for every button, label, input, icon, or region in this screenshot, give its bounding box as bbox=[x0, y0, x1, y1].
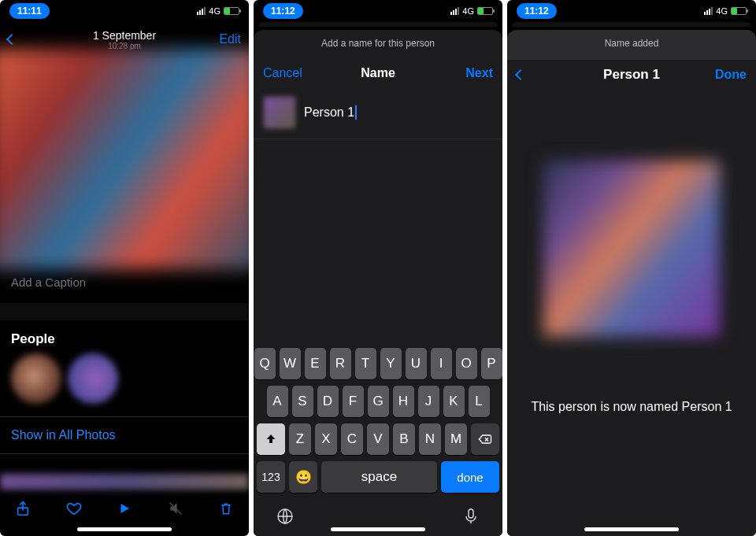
key-p[interactable]: P bbox=[481, 348, 502, 379]
keyboard-row-2: A S D F G H J K L bbox=[257, 386, 499, 417]
key-h[interactable]: H bbox=[393, 386, 414, 417]
text-caret bbox=[355, 105, 357, 120]
modal-hint: Name added bbox=[507, 30, 756, 60]
mute-icon[interactable] bbox=[167, 500, 184, 517]
person-avatar[interactable] bbox=[11, 353, 61, 404]
numbers-key[interactable]: 123 bbox=[257, 461, 285, 493]
key-w[interactable]: W bbox=[280, 348, 301, 379]
screen-name-entry: 11:12 4G Add a name for this person Canc… bbox=[254, 0, 502, 536]
status-bar: 11:11 4G bbox=[0, 0, 249, 22]
network-label: 4G bbox=[462, 6, 474, 16]
battery-icon bbox=[224, 7, 239, 15]
key-k[interactable]: K bbox=[443, 386, 465, 417]
modal-sheet: Name added Person 1 Done This person is … bbox=[507, 30, 756, 536]
edit-button[interactable]: Edit bbox=[219, 32, 241, 46]
cancel-button[interactable]: Cancel bbox=[263, 66, 302, 80]
key-n[interactable]: N bbox=[419, 423, 441, 455]
space-key[interactable]: space bbox=[321, 461, 437, 493]
key-d[interactable]: D bbox=[317, 386, 339, 417]
home-indicator[interactable] bbox=[584, 527, 679, 531]
key-b[interactable]: B bbox=[393, 423, 415, 455]
mic-icon[interactable] bbox=[461, 507, 480, 526]
heart-icon[interactable] bbox=[65, 500, 83, 517]
trash-icon[interactable] bbox=[217, 500, 235, 517]
next-button[interactable]: Next bbox=[465, 66, 493, 80]
network-label: 4G bbox=[209, 6, 220, 16]
signal-icon bbox=[197, 7, 206, 15]
people-row bbox=[0, 353, 249, 416]
key-i[interactable]: I bbox=[431, 348, 452, 379]
key-g[interactable]: G bbox=[368, 386, 389, 417]
key-r[interactable]: R bbox=[330, 348, 351, 379]
done-key[interactable]: done bbox=[441, 461, 499, 493]
photo-preview[interactable] bbox=[0, 49, 249, 270]
status-time-pill: 11:12 bbox=[517, 3, 557, 19]
key-s[interactable]: S bbox=[292, 386, 313, 417]
show-in-all-photos-link[interactable]: Show in All Photos bbox=[0, 417, 249, 453]
key-c[interactable]: C bbox=[341, 423, 363, 455]
keyboard-row-3: Z X C V B N M bbox=[257, 423, 499, 455]
shift-key[interactable] bbox=[257, 423, 285, 455]
signal-icon bbox=[450, 7, 459, 15]
keyboard-row-4: 123 😀 space done bbox=[257, 461, 499, 493]
svg-rect-2 bbox=[469, 509, 473, 518]
modal-hint: Add a name for this person bbox=[254, 30, 502, 60]
status-time-pill: 11:11 bbox=[9, 3, 50, 19]
battery-icon bbox=[477, 7, 493, 15]
status-bar: 11:12 4G bbox=[254, 0, 502, 22]
key-y[interactable]: Y bbox=[380, 348, 402, 379]
back-button[interactable] bbox=[515, 69, 526, 80]
header-date: 1 September bbox=[0, 29, 249, 42]
home-indicator[interactable] bbox=[331, 527, 425, 531]
photo-strip[interactable] bbox=[0, 474, 249, 490]
keyboard: Q W E R T Y U I O P A S D F G H J K L bbox=[254, 343, 502, 536]
modal-sheet: Add a name for this person Cancel Name N… bbox=[254, 30, 502, 536]
key-u[interactable]: U bbox=[406, 348, 427, 379]
home-indicator[interactable] bbox=[77, 527, 172, 531]
battery-icon bbox=[731, 7, 747, 15]
key-e[interactable]: E bbox=[305, 348, 326, 379]
key-q[interactable]: Q bbox=[254, 348, 276, 379]
globe-icon[interactable] bbox=[276, 507, 295, 526]
key-t[interactable]: T bbox=[355, 348, 376, 379]
network-label: 4G bbox=[716, 6, 728, 16]
person-photo bbox=[543, 161, 720, 337]
name-input-row[interactable]: Person 1 bbox=[254, 87, 502, 139]
key-l[interactable]: L bbox=[469, 386, 490, 417]
name-text-field[interactable]: Person 1 bbox=[304, 105, 357, 120]
people-heading: People bbox=[0, 320, 249, 353]
done-button[interactable]: Done bbox=[715, 68, 747, 82]
bottom-toolbar bbox=[0, 490, 249, 527]
status-time-pill: 11:12 bbox=[263, 3, 303, 19]
signal-icon bbox=[704, 7, 713, 15]
key-z[interactable]: Z bbox=[289, 423, 311, 455]
keyboard-row-1: Q W E R T Y U I O P bbox=[257, 348, 499, 379]
status-right: 4G bbox=[450, 6, 493, 16]
key-o[interactable]: O bbox=[456, 348, 477, 379]
backspace-key[interactable] bbox=[471, 423, 499, 455]
key-f[interactable]: F bbox=[343, 386, 364, 417]
key-a[interactable]: A bbox=[267, 386, 288, 417]
emoji-key[interactable]: 😀 bbox=[289, 461, 317, 493]
key-v[interactable]: V bbox=[367, 423, 389, 455]
person-avatar[interactable] bbox=[68, 353, 118, 404]
play-icon[interactable] bbox=[116, 500, 133, 517]
status-right: 4G bbox=[704, 6, 747, 16]
status-right: 4G bbox=[197, 6, 239, 16]
screen-photo-detail: 11:11 4G 1 September 10:28 pm Edit Add a… bbox=[0, 0, 249, 536]
divider bbox=[0, 303, 249, 320]
key-x[interactable]: X bbox=[315, 423, 337, 455]
key-j[interactable]: J bbox=[418, 386, 439, 417]
status-bar: 11:12 4G bbox=[507, 0, 756, 22]
screen-name-confirmed: 11:12 4G Name added Person 1 Done This p… bbox=[507, 0, 756, 536]
share-icon[interactable] bbox=[14, 500, 32, 517]
confirmation-text: This person is now named Person 1 bbox=[507, 400, 756, 414]
back-button[interactable] bbox=[6, 34, 17, 45]
key-m[interactable]: M bbox=[445, 423, 467, 455]
face-thumbnail bbox=[263, 96, 296, 129]
